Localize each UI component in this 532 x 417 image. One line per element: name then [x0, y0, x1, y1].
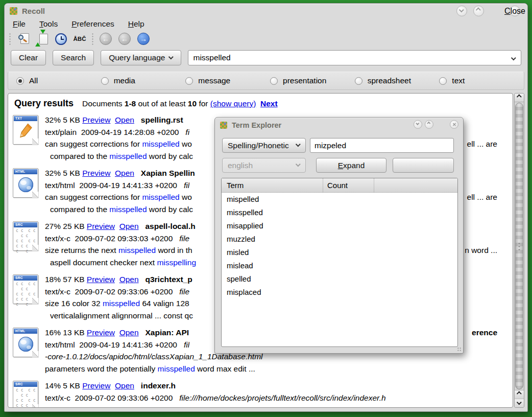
term-input[interactable] [310, 138, 454, 153]
menu-tools[interactable]: Tools [39, 19, 58, 29]
result-item: SRCc c c c c c c c c c c c c c c14% 5 KB… [11, 379, 497, 408]
radio-icon[interactable] [355, 77, 362, 85]
first-page-button[interactable]: ← [99, 32, 113, 46]
file-type-band: SRC [14, 222, 37, 227]
dialog-minimize-button[interactable] [414, 120, 422, 129]
term-explorer-button[interactable]: ÅBĈ [72, 32, 87, 46]
category-presentation[interactable]: presentation [270, 76, 355, 85]
open-link[interactable]: Open [115, 169, 134, 177]
folded-corner [32, 192, 38, 198]
menu-file[interactable]: File [13, 19, 26, 29]
preview-link[interactable]: Preview [87, 328, 115, 337]
preview-link[interactable]: Preview [87, 275, 115, 284]
text-segment [134, 115, 141, 124]
expansion-mode-combo[interactable]: Spelling/Phonetic [222, 138, 306, 153]
close-button[interactable]: Close [510, 6, 520, 16]
line-text: can suggest corrections for misspelled w… [45, 138, 192, 150]
term-row[interactable]: misapplied [222, 219, 457, 233]
results-scrollbar[interactable] [514, 93, 524, 408]
minimize-button[interactable] [456, 6, 467, 16]
scroll-down-button[interactable] [515, 399, 524, 407]
category-media[interactable]: media [101, 76, 186, 85]
text-segment: for [197, 99, 210, 108]
open-link[interactable]: Open [119, 222, 139, 230]
category-text[interactable]: text [439, 76, 524, 85]
text-segment: Documents [82, 99, 125, 108]
term-row[interactable]: misplaced [222, 286, 457, 299]
close-button[interactable] [393, 158, 454, 173]
category-all[interactable]: All [16, 76, 101, 85]
title-bar[interactable]: Recoll Close [8, 4, 524, 17]
toolbar-handle[interactable] [9, 33, 11, 45]
text-segment: file:///home/dockes/projets/fulltext/rec… [179, 393, 385, 402]
clear-button[interactable]: Clear [11, 50, 46, 65]
text-segment [139, 275, 146, 284]
chevron-up-icon [476, 7, 481, 12]
count-cell [323, 286, 374, 299]
dialog-maximize-button[interactable] [425, 120, 433, 129]
scroll-up-button-2[interactable] [515, 390, 524, 399]
history-clock-icon [55, 33, 67, 45]
result-snippet-line: parameters word the potentially misspell… [45, 363, 497, 375]
folded-corner [32, 404, 38, 408]
chevron-down-icon [296, 142, 301, 147]
text-segment [115, 328, 119, 337]
scroll-up-button[interactable] [515, 94, 524, 102]
text-segment [139, 222, 146, 230]
previous-page-button[interactable]: ← [117, 32, 132, 46]
maximize-button[interactable] [473, 6, 484, 16]
language-combo[interactable]: english [222, 158, 306, 173]
dialog-title-bar[interactable]: Term Explorer [215, 118, 463, 131]
folded-corner [32, 351, 38, 357]
menu-help[interactable]: Help [128, 19, 144, 29]
next-page-button[interactable]: → [136, 32, 151, 46]
preview-link[interactable]: Preview [87, 222, 115, 230]
text-segment: 64 valign 128 [140, 299, 189, 308]
open-link[interactable]: Open [115, 381, 134, 390]
dialog-close-button[interactable] [450, 120, 458, 129]
term-row[interactable]: misled [222, 246, 457, 259]
category-message[interactable]: message [185, 76, 270, 85]
term-row[interactable]: misspelled [222, 206, 457, 219]
radio-icon[interactable] [270, 77, 278, 85]
text-segment: spelling.rst [141, 115, 183, 124]
category-spreadsheet[interactable]: spreadsheet [355, 76, 440, 85]
clear-search-button[interactable] [16, 32, 30, 46]
term-row[interactable]: mislead [222, 259, 457, 272]
toolbar: ÅBĈ ← ← → [8, 30, 524, 48]
open-link[interactable]: Open [119, 275, 139, 284]
radio-icon[interactable] [16, 77, 24, 85]
text-segment: text/plain 2009-04-19 14:28:08 +0200 [45, 128, 185, 136]
next-page-link[interactable]: Next [260, 99, 278, 108]
text-segment: wo [180, 140, 192, 148]
preview-link[interactable]: Preview [82, 169, 110, 177]
radio-icon[interactable] [101, 77, 109, 85]
text-segment: 32% 5 KB [45, 115, 82, 124]
column-header-count[interactable]: Count [323, 178, 374, 192]
history-button[interactable] [54, 32, 68, 46]
term-row[interactable]: muzzled [222, 233, 457, 246]
text-segment: misspelled [142, 193, 179, 201]
resize-grip[interactable] [457, 347, 462, 352]
scrollbar-thumb[interactable] [515, 103, 523, 389]
radio-icon[interactable] [185, 77, 193, 85]
text-segment: can suggest corrections for [45, 193, 142, 201]
expand-button[interactable]: Expand [316, 158, 386, 173]
search-button[interactable]: Search [53, 50, 94, 65]
query-mode-combo[interactable]: Query language [101, 50, 181, 65]
search-input[interactable] [193, 53, 521, 62]
preview-link[interactable]: Preview [82, 381, 110, 390]
open-link[interactable]: Open [119, 328, 139, 337]
line-text: 16% 13 KB Preview Open Xapian: API [45, 327, 189, 339]
show-query-link[interactable]: (show query) [210, 99, 256, 108]
term-row[interactable]: spelled [222, 272, 457, 286]
column-header-term[interactable]: Term [222, 178, 323, 192]
sort-params-button[interactable] [35, 32, 49, 46]
menu-preferences[interactable]: Preferences [71, 19, 114, 29]
radio-icon[interactable] [439, 77, 447, 85]
term-row[interactable]: mispelled [222, 193, 457, 206]
folded-corner [32, 138, 38, 145]
open-link[interactable]: Open [115, 115, 134, 124]
preview-link[interactable]: Preview [82, 115, 110, 124]
term-table: Term Count mispelledmisspelledmisapplied… [221, 178, 458, 347]
